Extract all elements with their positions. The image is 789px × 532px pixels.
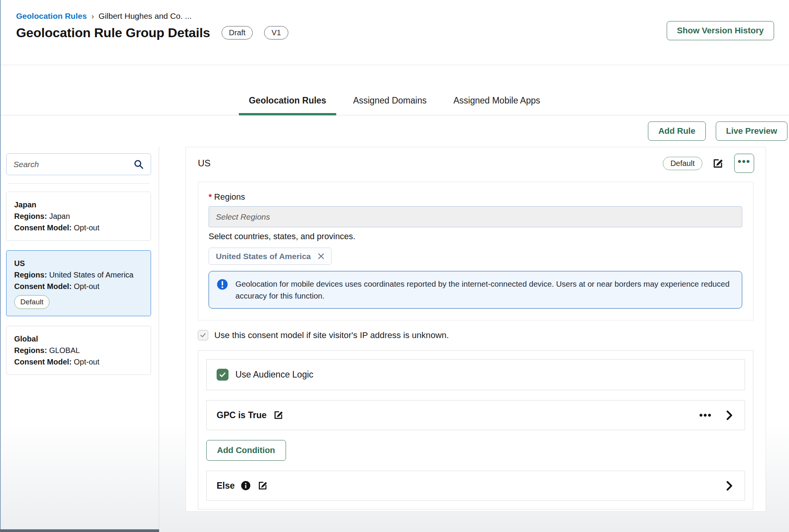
regions-helper-text: Select countries, states, and provinces.: [209, 232, 742, 241]
rule-more-actions-button[interactable]: •••: [734, 154, 754, 173]
remove-region-icon[interactable]: [316, 251, 326, 261]
rule-detail-panel: US Default •••: [186, 147, 766, 512]
add-rule-button[interactable]: Add Rule: [648, 122, 706, 141]
rule-list-item-global[interactable]: Global Regions: GLOBAL Consent Model: Op…: [6, 326, 151, 375]
sidebar-divider: [8, 183, 150, 184]
version-badge: V1: [264, 26, 288, 39]
breadcrumb-geolocation-rules-link[interactable]: Geolocation Rules: [16, 11, 87, 21]
region-chip-label: United States of America: [216, 252, 311, 261]
rule-panel-header: US Default •••: [186, 147, 766, 178]
alert-info-icon: [217, 279, 228, 302]
unknown-ip-checkbox[interactable]: [198, 330, 208, 340]
search-box[interactable]: [6, 153, 151, 175]
edit-else-button[interactable]: [257, 480, 268, 491]
edit-rule-button[interactable]: [712, 157, 724, 170]
use-audience-logic-row: Use Audience Logic: [206, 359, 745, 390]
show-version-history-button[interactable]: Show Version History: [667, 21, 774, 40]
regions-field-label: *Regions: [209, 192, 742, 202]
search-icon[interactable]: [133, 159, 145, 170]
breadcrumb: Geolocation Rules › Gilbert Hughes and C…: [16, 11, 774, 21]
edit-icon: [257, 480, 268, 491]
rule-list-item-japan[interactable]: Japan Regions: Japan Consent Model: Opt-…: [6, 192, 151, 241]
breadcrumb-separator: ›: [91, 12, 94, 21]
condition-more-actions-button[interactable]: •••: [699, 413, 712, 417]
rule-list-item-us[interactable]: US Regions: United States of America Con…: [6, 250, 151, 316]
condition-label: GPC is True: [217, 410, 266, 420]
use-audience-logic-label: Use Audience Logic: [235, 369, 313, 380]
audience-logic-section: Use Audience Logic GPC is True: [198, 350, 753, 509]
tab-assigned-domains[interactable]: Assigned Domains: [343, 95, 437, 115]
unknown-ip-label: Use this consent model if site visitor's…: [214, 330, 449, 340]
chevron-right-icon[interactable]: [724, 410, 735, 420]
edit-icon: [712, 157, 724, 170]
active-tab-underline: [239, 113, 336, 115]
search-input[interactable]: [13, 160, 133, 169]
page-title: Geolocation Rule Group Details: [16, 25, 210, 40]
edit-condition-button[interactable]: [273, 409, 284, 421]
horizontal-scrollbar[interactable]: [0, 529, 159, 532]
condition-row-gpc[interactable]: GPC is True •••: [206, 400, 745, 430]
else-label: Else: [217, 481, 235, 491]
checkmark-icon: [219, 371, 226, 378]
info-icon: [241, 481, 251, 491]
ellipsis-icon: •••: [738, 156, 750, 166]
status-badge-draft: Draft: [222, 26, 253, 39]
edit-icon: [273, 409, 284, 421]
rules-toolbar: Add Rule Live Preview: [0, 115, 789, 147]
unknown-ip-row: Use this consent model if site visitor's…: [198, 330, 753, 340]
breadcrumb-current-item: Gilbert Hughes and Co. ...: [99, 11, 192, 21]
regions-select-input[interactable]: [209, 206, 742, 227]
page-header: Geolocation Rules › Gilbert Hughes and C…: [0, 0, 789, 65]
else-row[interactable]: Else: [206, 471, 745, 501]
rules-sidebar: Japan Regions: Japan Consent Model: Opt-…: [0, 147, 159, 532]
rule-detail-main: US Default •••: [159, 147, 789, 532]
mobile-accuracy-info-banner: Geolocation for mobile devices uses coor…: [209, 271, 742, 309]
tab-geolocation-rules[interactable]: Geolocation Rules: [239, 95, 336, 115]
add-condition-button[interactable]: Add Condition: [206, 440, 286, 461]
checkmark-icon: [200, 332, 206, 338]
rule-name: US: [198, 158, 210, 169]
content-area: Japan Regions: Japan Consent Model: Opt-…: [0, 147, 789, 532]
chevron-right-icon[interactable]: [724, 481, 735, 491]
tab-assigned-mobile-apps[interactable]: Assigned Mobile Apps: [444, 95, 550, 115]
live-preview-button[interactable]: Live Preview: [716, 122, 787, 141]
default-badge: Default: [663, 157, 702, 170]
required-marker: *: [209, 192, 212, 202]
selected-region-chip: United States of America: [209, 248, 332, 265]
default-badge: Default: [14, 295, 49, 309]
regions-section: *Regions Select countries, states, and p…: [198, 182, 753, 320]
use-audience-logic-checkbox[interactable]: [217, 369, 228, 381]
tab-bar: Geolocation Rules Assigned Domains Assig…: [0, 65, 789, 115]
info-banner-text: Geolocation for mobile devices uses coor…: [235, 278, 730, 302]
